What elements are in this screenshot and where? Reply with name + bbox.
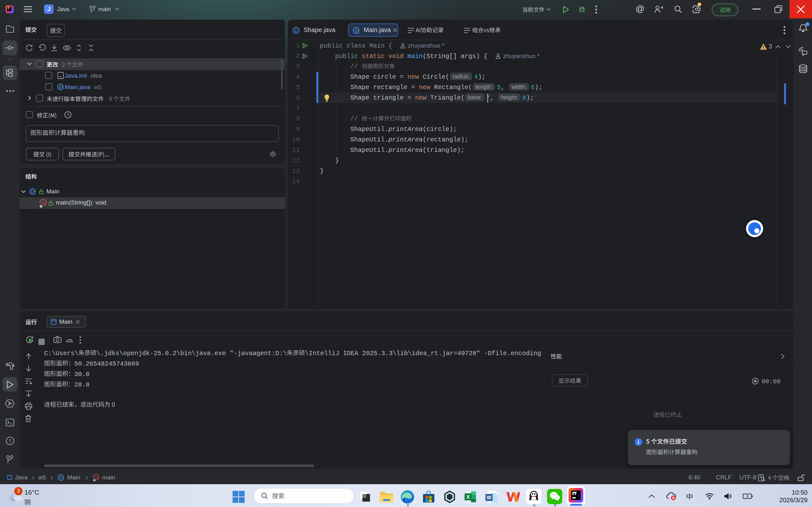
svg-text:W: W (487, 495, 492, 500)
svg-text:C: C (295, 28, 298, 33)
svg-text:X: X (466, 494, 470, 500)
